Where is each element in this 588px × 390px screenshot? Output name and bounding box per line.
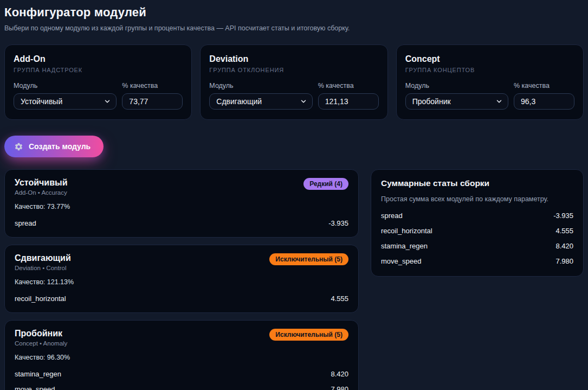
stat-row: spread -3.935	[15, 217, 348, 229]
summary-description: Простая сумма всех модулей по каждому па…	[381, 195, 573, 203]
gear-icon	[14, 142, 23, 151]
group-card-addon: Add-On ГРУППА НАДСТРОЕК Модуль Устойчивы…	[4, 44, 192, 120]
module-select-addon[interactable]: Устойчивый	[14, 93, 117, 110]
summary-stats-list: spread -3.935 recoil_horizontal 4.555 st…	[381, 209, 573, 267]
group-card-deviation: Deviation ГРУППА ОТКЛОНЕНИЯ Модуль Сдвиг…	[200, 44, 387, 120]
stat-row: stamina_regen 8.420	[381, 240, 573, 252]
group-caption: ГРУППА НАДСТРОЕК	[14, 67, 183, 73]
group-caption: ГРУППА ОТКЛОНЕНИЯ	[209, 67, 378, 73]
module-card-ustoychivy: Устойчивый Add-On • Accuracy Редкий (4) …	[4, 169, 359, 238]
summary-title: Суммарные статы сборки	[381, 178, 573, 188]
rarity-badge: Редкий (4)	[303, 178, 348, 190]
quality-label: % качества	[318, 82, 379, 89]
module-field: Модуль Пробойник	[405, 82, 508, 110]
stat-name: spread	[381, 212, 403, 220]
stat-row: move_speed 7.980	[15, 383, 348, 390]
module-title: Устойчивый	[15, 178, 68, 188]
module-select-concept[interactable]: Пробойник	[405, 93, 508, 110]
quality-field: % качества	[514, 82, 574, 110]
stat-value: 4.555	[331, 295, 348, 303]
stat-value: 7.980	[331, 385, 348, 390]
create-module-label: Создать модуль	[29, 142, 91, 151]
rarity-badge: Исключительный (5)	[269, 253, 348, 265]
stat-name: recoil_horizontal	[15, 295, 66, 303]
quality-label: % качества	[122, 82, 183, 89]
stat-row: recoil_horizontal 4.555	[381, 225, 573, 237]
stat-value: -3.935	[553, 212, 573, 220]
module-title: Пробойник	[15, 329, 67, 338]
stat-name: stamina_regen	[381, 242, 428, 250]
module-quality: Качество: 96.30%	[15, 354, 348, 361]
stat-row: stamina_regen 8.420	[15, 368, 348, 380]
quality-input-deviation[interactable]	[318, 93, 379, 110]
group-name: Add-On	[14, 54, 183, 64]
module-subtitle: Concept • Anomaly	[15, 340, 67, 347]
group-card-concept: Concept ГРУППА КОНЦЕПТОВ Модуль Пробойни…	[396, 44, 584, 120]
group-name: Deviation	[209, 54, 378, 64]
module-card-proboynik: Пробойник Concept • Anomaly Исключительн…	[4, 320, 359, 390]
stats-list: recoil_horizontal 4.555	[15, 292, 348, 305]
stat-row: recoil_horizontal 4.555	[15, 292, 348, 305]
stat-row: spread -3.935	[381, 209, 573, 222]
page-subtitle: Выбери по одному модулю из каждой группы…	[4, 24, 584, 32]
controls-row: Модуль Пробойник % качества	[405, 82, 574, 110]
stat-name: spread	[15, 219, 36, 227]
stat-value: -3.935	[328, 219, 348, 227]
module-subtitle: Deviation • Control	[15, 265, 71, 271]
module-label: Модуль	[14, 82, 117, 89]
module-head: Устойчивый Add-On • Accuracy Редкий (4)	[15, 178, 348, 196]
group-cards-row: Add-On ГРУППА НАДСТРОЕК Модуль Устойчивы…	[4, 44, 584, 120]
stat-value: 4.555	[555, 227, 573, 235]
module-label: Модуль	[405, 82, 508, 89]
create-module-button[interactable]: Создать модуль	[4, 136, 104, 157]
stat-name: recoil_horizontal	[381, 227, 432, 235]
stat-value: 8.420	[331, 370, 348, 378]
module-quality: Качество: 73.77%	[15, 203, 348, 210]
module-subtitle: Add-On • Accuracy	[15, 189, 68, 196]
module-select-deviation[interactable]: Сдвигающий	[209, 93, 312, 110]
stat-name: move_speed	[15, 385, 55, 390]
summary-card: Суммарные статы сборки Простая сумма все…	[371, 169, 584, 277]
module-card-sdvigayushchiy: Сдвигающий Deviation • Control Исключите…	[4, 245, 359, 313]
group-caption: ГРУППА КОНЦЕПТОВ	[405, 67, 574, 73]
module-quality: Качество: 121.13%	[15, 278, 348, 286]
module-label: Модуль	[209, 82, 312, 89]
module-select-wrap: Устойчивый	[14, 93, 117, 110]
controls-row: Модуль Сдвигающий % качества	[209, 82, 378, 110]
controls-row: Модуль Устойчивый % качества	[14, 82, 183, 110]
quality-input-concept[interactable]	[514, 93, 574, 110]
module-select-wrap: Сдвигающий	[209, 93, 312, 110]
rarity-badge: Исключительный (5)	[269, 329, 348, 341]
module-title: Сдвигающий	[15, 253, 71, 263]
quality-label: % качества	[514, 82, 574, 89]
module-head: Пробойник Concept • Anomaly Исключительн…	[15, 329, 348, 347]
module-select-wrap: Пробойник	[405, 93, 508, 110]
stat-name: move_speed	[381, 257, 421, 265]
page-title: Конфигуратор модулей	[4, 5, 584, 20]
quality-field: % качества	[318, 82, 379, 110]
stats-list: stamina_regen 8.420 move_speed 7.980	[15, 368, 348, 390]
stat-value: 7.980	[555, 257, 573, 265]
stat-name: stamina_regen	[15, 370, 61, 378]
quality-input-addon[interactable]	[122, 93, 183, 110]
stat-value: 8.420	[555, 242, 573, 250]
module-field: Модуль Сдвигающий	[209, 82, 312, 110]
results-area: Устойчивый Add-On • Accuracy Редкий (4) …	[4, 169, 584, 390]
module-results-column: Устойчивый Add-On • Accuracy Редкий (4) …	[4, 169, 359, 390]
stat-row: move_speed 7.980	[381, 255, 573, 267]
stats-list: spread -3.935	[15, 217, 348, 229]
module-head: Сдвигающий Deviation • Control Исключите…	[15, 253, 348, 271]
group-name: Concept	[405, 54, 574, 64]
module-field: Модуль Устойчивый	[14, 82, 117, 110]
quality-field: % качества	[122, 82, 183, 110]
